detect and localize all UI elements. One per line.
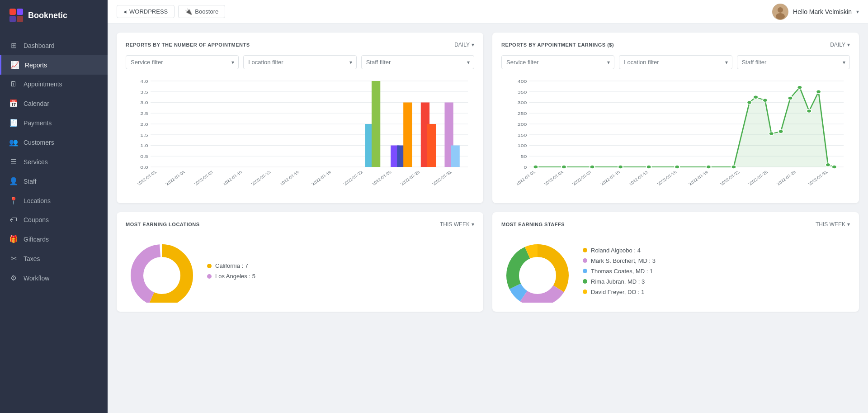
svg-text:2022-07-01: 2022-07-01 xyxy=(136,170,158,186)
svg-point-74 xyxy=(769,132,774,135)
chart1-title: REPORTS BY THE NUMBER OF APPOINTMENTS xyxy=(126,42,250,47)
sidebar-item-payments[interactable]: 🧾 Payments xyxy=(0,113,108,133)
mark-label: Mark S. Borchert, MD : 3 xyxy=(591,257,656,264)
svg-text:0: 0 xyxy=(524,165,527,170)
sidebar-item-appointments[interactable]: 🗓 Appointments xyxy=(0,75,108,94)
nav-menu: ⊞ Dashboard 📈 Reports 🗓 Appointments 📅 C… xyxy=(0,31,108,413)
svg-point-72 xyxy=(753,95,758,99)
chart2-period-selector[interactable]: DAILY ▾ xyxy=(830,42,850,48)
svg-text:2022-07-28: 2022-07-28 xyxy=(399,170,421,186)
svg-text:2022-07-25: 2022-07-25 xyxy=(747,170,769,186)
sidebar-item-calendar[interactable]: 📅 Calendar xyxy=(0,94,108,113)
svg-text:2022-07-10: 2022-07-10 xyxy=(222,170,244,186)
sidebar-item-label: Calendar xyxy=(24,100,49,107)
logo-area: Booknetic xyxy=(0,0,108,31)
david-label: David Freyer, DO : 1 xyxy=(591,289,644,295)
svg-point-67 xyxy=(646,165,651,169)
svg-rect-26 xyxy=(372,81,380,167)
legend-item-david: David Freyer, DO : 1 xyxy=(583,289,656,295)
svg-rect-33 xyxy=(451,146,460,167)
svg-point-6 xyxy=(776,13,785,19)
sidebar-item-dashboard[interactable]: ⊞ Dashboard xyxy=(0,36,108,55)
sidebar-item-locations[interactable]: 📍 Locations xyxy=(0,191,108,210)
chart1-filters: Service filter Location filter Staff fil… xyxy=(126,55,474,69)
chevron-down-icon: ▾ xyxy=(472,42,474,48)
svg-rect-3 xyxy=(17,16,23,22)
svg-text:200: 200 xyxy=(518,122,527,127)
svg-text:2.0: 2.0 xyxy=(140,122,148,127)
boostore-icon: 🔌 xyxy=(185,8,192,15)
chart3-period-selector[interactable]: THIS WEEK ▾ xyxy=(440,221,474,228)
svg-text:2022-07-16: 2022-07-16 xyxy=(656,170,678,186)
staff-icon: 👤 xyxy=(9,177,18,185)
locations-donut-section: California : 7 Los Angeles : 5 xyxy=(126,235,474,303)
sidebar-item-customers[interactable]: 👥 Customers xyxy=(0,133,108,152)
sidebar-item-workflow[interactable]: ⚙ Workflow xyxy=(0,268,108,288)
chevron-down-icon: ▾ xyxy=(847,42,850,48)
user-dropdown-icon[interactable]: ▾ xyxy=(856,9,859,15)
chart4-period-selector[interactable]: THIS WEEK ▾ xyxy=(816,221,850,228)
chevron-down-icon: ▾ xyxy=(472,221,474,228)
svg-point-71 xyxy=(747,101,752,104)
boostore-button[interactable]: 🔌 Boostore xyxy=(178,5,225,18)
sidebar-item-label: Taxes xyxy=(24,255,40,262)
svg-point-95 xyxy=(144,257,180,294)
svg-point-77 xyxy=(797,85,802,89)
staffs-donut-section: Roland Aigbobo : 4 Mark S. Borchert, MD … xyxy=(501,235,850,303)
rima-dot xyxy=(583,279,587,284)
svg-text:2022-07-10: 2022-07-10 xyxy=(599,170,622,186)
chart2-location-filter[interactable]: Location filter xyxy=(619,55,732,69)
svg-text:3.0: 3.0 xyxy=(140,100,148,105)
avatar xyxy=(772,4,788,20)
mark-dot xyxy=(583,258,587,263)
chart2-service-select[interactable]: Service filter xyxy=(501,55,614,69)
wordpress-button[interactable]: ◂ WORDPRESS xyxy=(117,5,175,18)
wordpress-label: WORDPRESS xyxy=(129,8,168,15)
svg-point-5 xyxy=(778,7,783,13)
svg-text:2022-07-07: 2022-07-07 xyxy=(193,170,215,186)
taxes-icon: ✂ xyxy=(9,254,18,263)
sidebar-item-label: Staff xyxy=(24,178,37,185)
svg-point-73 xyxy=(763,99,768,102)
locations-donut-svg xyxy=(126,239,198,303)
svg-text:0.5: 0.5 xyxy=(140,154,148,159)
chart1-staff-filter[interactable]: Staff filter xyxy=(361,55,474,69)
sidebar-item-giftcards[interactable]: 🎁 Giftcards xyxy=(0,229,108,249)
sidebar-item-taxes[interactable]: ✂ Taxes xyxy=(0,249,108,268)
sidebar-item-staff[interactable]: 👤 Staff xyxy=(0,171,108,191)
chart2-staff-filter[interactable]: Staff filter xyxy=(737,55,850,69)
sidebar: Booknetic ⊞ Dashboard 📈 Reports 🗓 Appoin… xyxy=(0,0,108,413)
losangeles-label: Los Angeles : 5 xyxy=(215,273,255,280)
topbar: ◂ WORDPRESS 🔌 Boostore Hello Mark Velmis… xyxy=(108,0,868,24)
rima-label: Rima Jubran, MD : 3 xyxy=(591,278,645,285)
chart1-service-select[interactable]: Service filter xyxy=(126,55,239,69)
chart1-location-select[interactable]: Location filter xyxy=(243,55,356,69)
legend-item-rima: Rima Jubran, MD : 3 xyxy=(583,278,656,285)
chart1-location-filter[interactable]: Location filter xyxy=(243,55,356,69)
content-area: REPORTS BY THE NUMBER OF APPOINTMENTS DA… xyxy=(108,24,868,413)
user-name: Hello Mark Velmiskin xyxy=(793,8,852,15)
sidebar-item-reports[interactable]: 📈 Reports xyxy=(0,55,108,75)
sidebar-item-label: Services xyxy=(24,158,48,166)
chart2-staff-select[interactable]: Staff filter xyxy=(737,55,850,69)
dashboard-icon: ⊞ xyxy=(9,41,18,50)
chart1-period-selector[interactable]: DAILY ▾ xyxy=(454,42,474,48)
svg-text:2022-07-04: 2022-07-04 xyxy=(164,170,186,186)
roland-dot xyxy=(583,248,587,252)
giftcards-icon: 🎁 xyxy=(9,235,18,243)
svg-point-68 xyxy=(675,165,679,169)
svg-rect-29 xyxy=(403,103,412,167)
sidebar-item-coupons[interactable]: 🏷 Coupons xyxy=(0,210,108,229)
svg-text:150: 150 xyxy=(518,133,527,137)
svg-text:2022-07-31: 2022-07-31 xyxy=(431,170,453,186)
chart1-staff-select[interactable]: Staff filter xyxy=(361,55,474,69)
line-chart: 0501001502002503003504002022-07-012022-0… xyxy=(501,76,850,194)
svg-text:50: 50 xyxy=(521,154,527,159)
chart1-service-filter[interactable]: Service filter xyxy=(126,55,239,69)
chart3-title: MOST EARNING LOCATIONS xyxy=(126,222,200,227)
chart2-location-select[interactable]: Location filter xyxy=(619,55,732,69)
wordpress-icon: ◂ xyxy=(123,8,127,15)
chart2-service-filter[interactable]: Service filter xyxy=(501,55,614,69)
sidebar-item-services[interactable]: ☰ Services xyxy=(0,152,108,171)
svg-text:2022-07-04: 2022-07-04 xyxy=(542,170,565,186)
